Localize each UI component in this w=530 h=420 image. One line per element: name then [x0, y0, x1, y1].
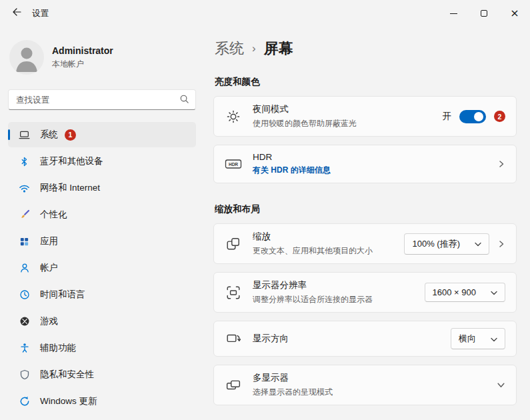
- sidebar-item-accounts[interactable]: 帐户: [8, 255, 196, 281]
- settings-window: 设置 × Administrator 本地帐户: [0, 0, 530, 420]
- shield-icon: [19, 369, 30, 381]
- sidebar-item-gaming[interactable]: 游戏: [8, 309, 196, 334]
- sidebar-item-personalization[interactable]: 个性化: [8, 202, 196, 227]
- user-account-type: 本地帐户: [52, 59, 113, 70]
- maximize-button[interactable]: [469, 0, 499, 27]
- search-icon: [179, 94, 189, 107]
- sidebar-item-time-language[interactable]: 时间和语言: [8, 282, 196, 307]
- minimize-icon: [450, 13, 457, 14]
- paintbrush-icon: [19, 209, 30, 221]
- sidebar-item-label: 蓝牙和其他设备: [40, 155, 103, 167]
- resolution-dropdown[interactable]: 1600 × 900: [425, 283, 505, 302]
- sidebar-item-label: 个性化: [40, 209, 67, 221]
- multi-display-subtitle: 选择显示器的呈现模式: [253, 387, 333, 398]
- system-notification-badge: 1: [65, 129, 76, 141]
- chevron-down-icon: [475, 239, 481, 249]
- window-controls: ×: [438, 0, 530, 27]
- night-light-subtitle: 使用较暖的颜色帮助屏蔽蓝光: [253, 118, 357, 129]
- chevron-down-icon[interactable]: [497, 381, 505, 389]
- night-light-card[interactable]: 夜间模式 使用较暖的颜色帮助屏蔽蓝光 开 2: [213, 96, 517, 137]
- breadcrumb-system[interactable]: 系统: [215, 39, 244, 59]
- sidebar-item-accessibility[interactable]: 辅助功能: [8, 335, 196, 361]
- sidebar-item-windows-update[interactable]: Windows 更新: [8, 389, 196, 414]
- sidebar-item-label: 应用: [40, 235, 58, 247]
- toggle-knob: [474, 112, 483, 121]
- person-icon: [19, 263, 30, 274]
- sidebar-item-label: Windows 更新: [40, 395, 97, 407]
- clock-icon: [19, 289, 30, 301]
- night-light-toggle[interactable]: [459, 110, 486, 123]
- night-light-icon: [225, 109, 242, 124]
- orientation-dropdown-value: 横向: [459, 333, 476, 345]
- resolution-card[interactable]: 显示器分辨率 调整分辨率以适合所连接的显示器 1600 × 900: [213, 272, 517, 313]
- back-button[interactable]: [4, 3, 29, 24]
- sidebar-item-label: 网络和 Internet: [40, 182, 100, 194]
- main-content: 系统 › 屏幕 亮度和颜色 夜间模式 使用较暖的颜色帮助屏蔽蓝光 开: [205, 27, 530, 420]
- sidebar-item-system[interactable]: 系统 1: [8, 122, 196, 147]
- hdr-card[interactable]: HDR HDR 有关 HDR 的详细信息: [213, 145, 517, 183]
- scale-dropdown-value: 100% (推荐): [412, 238, 460, 250]
- sidebar-item-label: 辅助功能: [40, 342, 76, 354]
- search-box: [8, 89, 196, 110]
- multi-display-title: 多显示器: [253, 372, 333, 384]
- night-light-title: 夜间模式: [253, 103, 357, 115]
- svg-text:HDR: HDR: [229, 162, 238, 167]
- chevron-down-icon: [491, 287, 497, 297]
- scale-icon: [225, 237, 242, 251]
- titlebar: 设置 ×: [0, 0, 530, 27]
- close-icon: ×: [510, 8, 519, 19]
- night-light-toggle-state: 开: [443, 111, 452, 123]
- sidebar-item-label: 时间和语言: [40, 289, 85, 301]
- section-title-brightness-color: 亮度和颜色: [215, 76, 517, 88]
- maximize-icon: [481, 10, 487, 17]
- sidebar-item-apps[interactable]: 应用: [8, 229, 196, 254]
- hdr-info-link[interactable]: 有关 HDR 的详细信息: [253, 165, 331, 176]
- multi-display-card[interactable]: 多显示器 选择显示器的呈现模式: [213, 365, 517, 405]
- close-button[interactable]: ×: [499, 0, 530, 27]
- system-icon: [19, 129, 30, 141]
- sidebar-item-label: 系统: [40, 129, 58, 141]
- hdr-icon: HDR: [225, 157, 242, 171]
- user-name: Administrator: [52, 45, 113, 56]
- orientation-title: 显示方向: [253, 333, 289, 345]
- orientation-icon: [225, 331, 242, 346]
- sidebar-item-privacy[interactable]: 隐私和安全性: [8, 362, 196, 387]
- resolution-subtitle: 调整分辨率以适合所连接的显示器: [253, 294, 373, 305]
- active-indicator: [8, 129, 10, 140]
- update-refresh-icon: [19, 396, 30, 407]
- section-title-scale-layout: 缩放和布局: [215, 203, 517, 215]
- orientation-card[interactable]: 显示方向 横向: [213, 321, 517, 357]
- scale-card[interactable]: 缩放 更改文本、应用和其他项目的大小 100% (推荐): [213, 223, 517, 264]
- scale-title: 缩放: [253, 231, 373, 243]
- sidebar-item-label: 游戏: [40, 315, 58, 327]
- breadcrumb-separator: ›: [252, 42, 256, 55]
- multi-display-icon: [225, 378, 242, 393]
- user-account-card[interactable]: Administrator 本地帐户: [8, 33, 196, 84]
- breadcrumb: 系统 › 屏幕: [215, 39, 517, 59]
- sidebar: Administrator 本地帐户 系统 1: [0, 27, 205, 420]
- hdr-title: HDR: [253, 152, 331, 162]
- sidebar-item-label: 隐私和安全性: [40, 369, 94, 381]
- page-title: 屏幕: [264, 39, 293, 59]
- resolution-title: 显示器分辨率: [253, 279, 373, 291]
- minimize-button[interactable]: [438, 0, 469, 27]
- scale-dropdown[interactable]: 100% (推荐): [404, 233, 489, 255]
- window-title: 设置: [32, 8, 49, 19]
- chevron-right-icon: [497, 240, 505, 248]
- bluetooth-icon: [19, 156, 30, 167]
- chevron-down-icon: [491, 334, 497, 344]
- wifi-icon: [19, 183, 30, 194]
- xbox-icon: [19, 316, 30, 327]
- resolution-dropdown-value: 1600 × 900: [433, 287, 476, 297]
- orientation-dropdown[interactable]: 横向: [451, 328, 505, 349]
- night-light-notification-badge: 2: [494, 111, 505, 122]
- sidebar-item-bluetooth[interactable]: 蓝牙和其他设备: [8, 149, 196, 174]
- sidebar-item-label: 帐户: [40, 262, 58, 274]
- search-input[interactable]: [8, 89, 196, 110]
- chevron-right-icon: [497, 160, 505, 168]
- scale-subtitle: 更改文本、应用和其他项目的大小: [253, 245, 373, 257]
- avatar: [9, 40, 44, 75]
- apps-grid-icon: [19, 236, 30, 247]
- accessibility-person-icon: [19, 343, 30, 354]
- sidebar-item-network[interactable]: 网络和 Internet: [8, 175, 196, 201]
